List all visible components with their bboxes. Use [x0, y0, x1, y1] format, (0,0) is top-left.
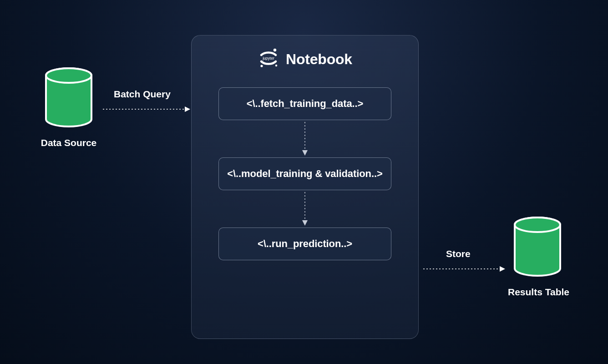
- step-arrow-1: [205, 120, 405, 157]
- svg-text:jupyter: jupyter: [262, 56, 274, 61]
- svg-point-12: [515, 217, 560, 232]
- step-arrow-2: [205, 190, 405, 228]
- step-model-training-validation: <\..model_training & validation..>: [218, 157, 391, 190]
- svg-point-1: [46, 68, 91, 83]
- notebook-container: jupyter Notebook <\..fetch_training_data…: [191, 35, 419, 339]
- store-label: Store: [446, 248, 471, 259]
- notebook-title-row: jupyter Notebook: [205, 47, 405, 71]
- step-label: <\..model_training & validation..>: [227, 168, 382, 180]
- step-label: <\..fetch_training_data..>: [247, 98, 364, 110]
- batch-query-label: Batch Query: [114, 89, 171, 100]
- step-label: <\..run_prediction..>: [258, 238, 352, 250]
- step-fetch-training-data: <\..fetch_training_data..>: [218, 87, 391, 120]
- notebook-title: Notebook: [286, 51, 352, 68]
- results-table-label: Results Table: [508, 287, 567, 298]
- batch-query-arrow: [102, 106, 191, 115]
- database-icon: [512, 217, 562, 278]
- data-source-group: Data Source: [39, 67, 98, 148]
- svg-point-5: [260, 65, 263, 67]
- database-icon: [44, 67, 94, 129]
- svg-point-6: [275, 65, 277, 66]
- store-arrow: [422, 265, 506, 274]
- step-run-prediction: <\..run_prediction..>: [218, 228, 391, 260]
- svg-point-4: [274, 49, 276, 51]
- jupyter-icon: jupyter: [258, 47, 279, 71]
- results-group: Results Table: [508, 217, 567, 298]
- data-source-label: Data Source: [39, 137, 98, 148]
